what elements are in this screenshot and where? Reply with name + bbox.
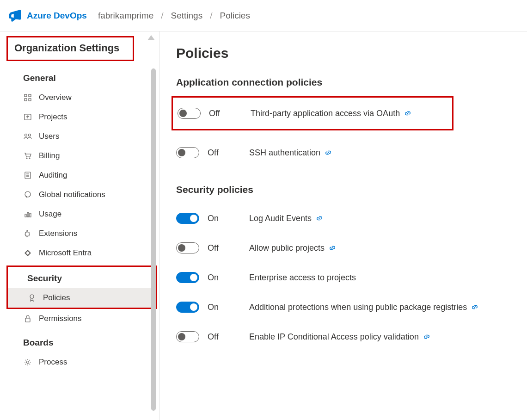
breadcrumb-separator: / [210,11,212,21]
azure-devops-logo-icon[interactable] [8,9,22,23]
policy-row-public-projects: Off Allow public projects [176,233,513,263]
grid-icon [23,93,32,102]
policy-row-oauth: Off Third-party application access via O… [178,98,447,129]
svg-point-8 [29,158,30,159]
users-icon [23,132,32,141]
sidebar-item-policies[interactable]: Policies [8,288,156,308]
sidebar-item-process[interactable]: Process [4,352,159,372]
policy-label: SSH authentication [249,148,320,158]
scrollbar-track[interactable] [151,68,156,411]
sidebar-title: Organization Settings [14,42,125,54]
sidebar-item-users[interactable]: Users [4,127,159,146]
sidebar-item-label: Overview [39,93,72,102]
page-title: Policies [176,45,513,61]
svg-point-7 [26,158,27,159]
svg-point-19 [27,361,29,364]
toggle-state-label: Off [209,109,251,118]
breadcrumb-policies[interactable]: Policies [220,11,250,21]
toggle-state-label: On [208,303,249,312]
toggle-public-projects[interactable] [176,242,199,253]
policy-label: Additional protections when using public… [249,303,467,312]
group-title-application-connection: Application connection policies [176,77,513,88]
sidebar-item-permissions[interactable]: Permissions [4,309,159,328]
toggle-package-registries[interactable] [176,302,199,313]
toggle-state-label: Off [208,243,249,253]
sidebar-item-global-notifications[interactable]: Global notifications [4,185,159,204]
sidebar-item-extensions[interactable]: Extensions [4,224,159,243]
link-icon[interactable] [325,149,331,156]
sidebar-item-label: Microsoft Entra [39,248,92,258]
upload-icon [23,112,32,122]
toggle-enterprise-access[interactable] [176,272,199,283]
breadcrumb-separator: / [161,11,163,21]
toggle-log-audit[interactable] [176,213,199,224]
chat-icon [23,190,32,199]
policy-label: Allow public projects [249,243,325,253]
sidebar-item-projects[interactable]: Projects [4,107,159,127]
toggle-state-label: Off [208,332,249,342]
toggle-oauth[interactable] [178,108,201,119]
policy-row-enterprise-access: On Enterprise access to projects [176,263,513,292]
gear-icon [23,358,32,367]
highlight-security-section: Security Policies [6,266,157,309]
policy-label: Third-party application access via OAuth [251,109,400,118]
main-content: Policies Application connection policies… [159,31,527,420]
sidebar-item-label: Extensions [39,229,77,238]
svg-rect-14 [25,214,26,217]
link-icon[interactable] [329,245,336,251]
sidebar-item-microsoft-entra[interactable]: Microsoft Entra [4,243,159,263]
sidebar-item-auditing[interactable]: Auditing [4,166,159,185]
svg-rect-2 [25,99,27,101]
group-title-security-policies: Security policies [176,184,513,195]
svg-point-5 [25,134,27,136]
sidebar-item-label: Usage [39,210,61,219]
svg-point-13 [25,191,31,197]
sidebar-item-label: Global notifications [39,190,105,199]
toggle-state-label: Off [208,148,249,158]
link-icon[interactable] [404,110,411,117]
lock-icon [23,314,32,323]
sidebar-item-label: Process [39,358,67,367]
header-breadcrumb: Azure DevOps fabrikamprime / Settings / … [0,0,527,31]
sidebar-item-billing[interactable]: Billing [4,146,159,166]
document-icon [23,171,32,180]
badge-icon [27,293,37,303]
svg-rect-15 [27,212,29,217]
svg-rect-1 [29,94,31,97]
puzzle-icon [23,229,32,238]
toggle-ip-conditional[interactable] [176,331,199,342]
breadcrumb-settings[interactable]: Settings [171,11,203,21]
policy-row-package-registries: On Additional protections when using pub… [176,292,513,322]
svg-rect-18 [25,318,30,322]
toggle-state-label: On [208,214,249,223]
svg-rect-0 [25,94,27,97]
sidebar-section-general: General [4,64,159,88]
link-icon[interactable] [316,215,323,222]
policy-row-ip-conditional: Off Enable IP Conditional Access policy … [176,322,513,352]
scroll-up-icon[interactable] [147,35,155,40]
cart-icon [23,151,32,161]
policy-row-ssh: Off SSH authentication [176,138,513,167]
brand-link[interactable]: Azure DevOps [27,11,87,21]
link-icon[interactable] [423,334,430,340]
toggle-state-label: On [208,273,249,283]
toggle-ssh[interactable] [176,147,199,158]
sidebar-item-label: Projects [39,112,67,122]
sidebar-item-usage[interactable]: Usage [4,204,159,224]
sidebar-item-label: Auditing [39,171,67,180]
highlight-oauth-policy: Off Third-party application access via O… [172,96,453,130]
link-icon[interactable] [472,304,478,310]
policy-label: Enterprise access to projects [249,273,356,283]
policy-label: Log Audit Events [249,214,312,223]
svg-point-6 [29,134,31,136]
breadcrumb-org[interactable]: fabrikamprime [98,11,153,21]
sidebar-item-overview[interactable]: Overview [4,88,159,107]
svg-rect-16 [30,213,31,217]
sidebar-item-label: Billing [39,151,60,161]
policy-row-log-audit: On Log Audit Events [176,204,513,233]
sidebar-item-label: Users [39,132,59,141]
sidebar-section-security: Security [8,267,156,288]
sidebar-section-boards: Boards [4,328,159,352]
sidebar-item-label: Permissions [39,314,82,323]
sidebar-item-label: Policies [43,293,70,303]
